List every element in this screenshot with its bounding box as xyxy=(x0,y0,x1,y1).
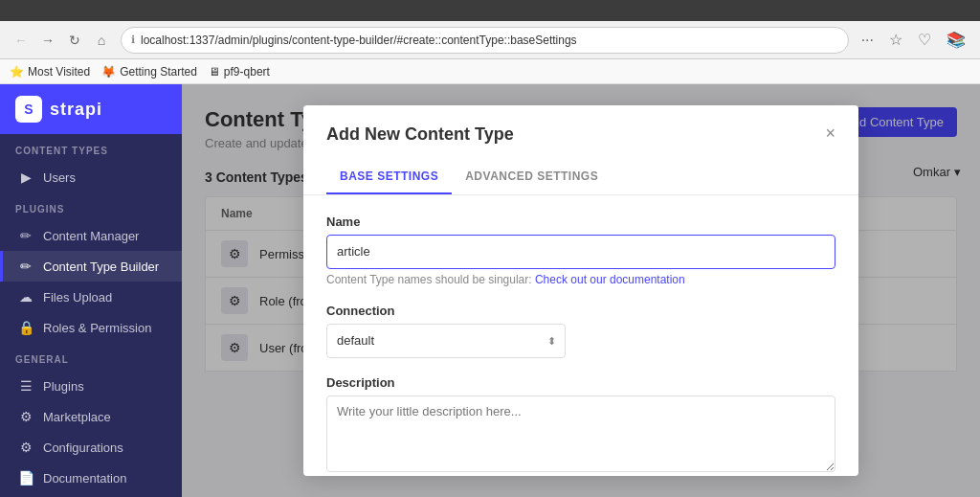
roles-icon: 🔒 xyxy=(18,320,33,335)
plugins-section-label: Plugins xyxy=(0,192,182,220)
sidebar-item-marketplace[interactable]: ⚙ Marketplace xyxy=(0,401,182,432)
browser-toolbar: ← → ↻ ⌂ ℹ localhost:1337/admin/plugins/c… xyxy=(0,21,980,59)
most-visited-icon: ⭐ xyxy=(10,65,24,79)
name-hint: Content Type names should be singular: C… xyxy=(326,273,835,286)
description-field: Description xyxy=(326,375,835,475)
pocket-button[interactable]: ☆ xyxy=(884,29,907,51)
configurations-icon: ⚙ xyxy=(18,440,33,455)
tab-advanced-settings[interactable]: Advanced Settings xyxy=(452,160,612,194)
connection-select-wrapper: default ⬍ xyxy=(326,324,566,358)
more-button[interactable]: ··· xyxy=(857,30,879,51)
sidebar-item-content-type-builder[interactable]: ✏ Content Type Builder xyxy=(0,251,182,282)
sidebar-header: S strapi xyxy=(0,84,182,134)
browser-action-buttons: ··· ☆ ♡ 📚 xyxy=(857,29,970,51)
name-field: Name Content Type names should be singul… xyxy=(326,215,835,286)
reload-button[interactable]: ↻ xyxy=(63,29,86,52)
description-label: Description xyxy=(326,375,835,390)
address-bar[interactable]: ℹ localhost:1337/admin/plugins/content-t… xyxy=(121,27,849,54)
getting-started-icon: 🦊 xyxy=(101,65,116,79)
sidebar-item-files-upload[interactable]: ☁ Files Upload xyxy=(0,282,182,312)
getting-started-label: Getting Started xyxy=(120,65,197,79)
modal-overlay: Add New Content Type × Base Settings Adv… xyxy=(182,84,980,497)
sidebar-item-help[interactable]: ? Help xyxy=(0,493,182,497)
sidebar-users-label: Users xyxy=(43,170,76,185)
modal-close-button[interactable]: × xyxy=(825,124,835,142)
pf9-label: pf9-qbert xyxy=(224,65,270,79)
connection-label: Connection xyxy=(326,304,835,318)
sidebar-item-documentation[interactable]: 📄 Documentation xyxy=(0,463,182,493)
description-textarea[interactable] xyxy=(326,395,835,472)
sidebar-item-content-manager[interactable]: ✏ Content Manager xyxy=(0,220,182,251)
connection-field: Connection default ⬍ xyxy=(326,304,835,358)
bookmark-button[interactable]: ♡ xyxy=(913,29,936,51)
pf9-qbert-bookmark[interactable]: 🖥 pf9-qbert xyxy=(209,65,270,79)
content-types-section-label: Content Types xyxy=(0,134,182,162)
name-label: Name xyxy=(326,215,835,229)
library-button[interactable]: 📚 xyxy=(942,29,970,51)
content-manager-icon: ✏ xyxy=(18,228,33,243)
sidebar-item-roles-permission[interactable]: 🔒 Roles & Permission xyxy=(0,312,182,343)
files-upload-icon: ☁ xyxy=(18,289,33,305)
sidebar-content-type-builder-label: Content Type Builder xyxy=(43,260,159,274)
name-input[interactable] xyxy=(326,235,835,269)
modal-title: Add New Content Type xyxy=(326,124,514,145)
bookmarks-bar: ⭐ Most Visited 🦊 Getting Started 🖥 pf9-q… xyxy=(0,59,980,84)
modal-header: Add New Content Type × xyxy=(303,105,858,145)
url-text: localhost:1337/admin/plugins/content-typ… xyxy=(141,34,838,47)
strapi-logo-icon: S xyxy=(15,96,42,123)
forward-button[interactable]: → xyxy=(36,29,59,52)
most-visited-bookmark[interactable]: ⭐ Most Visited xyxy=(10,65,90,79)
lock-icon: ℹ xyxy=(131,34,135,46)
tab-base-settings[interactable]: Base Settings xyxy=(326,160,452,194)
main-content: Omkar ▾ Content Types Create and update … xyxy=(182,84,980,497)
hint-link[interactable]: Check out our documentation xyxy=(535,273,685,286)
sidebar-content-manager-label: Content Manager xyxy=(43,229,139,243)
back-button[interactable]: ← xyxy=(10,29,33,52)
sidebar-files-upload-label: Files Upload xyxy=(43,290,112,305)
sidebar-item-users[interactable]: ▶ Users xyxy=(0,162,182,192)
sidebar-documentation-label: Documentation xyxy=(43,471,126,486)
users-icon: ▶ xyxy=(18,169,33,185)
modal-tabs: Base Settings Advanced Settings xyxy=(303,160,858,195)
sidebar-marketplace-label: Marketplace xyxy=(43,410,111,424)
sidebar-item-plugins[interactable]: ☰ Plugins xyxy=(0,371,182,401)
browser-titlebar xyxy=(0,0,980,21)
strapi-logo-text: strapi xyxy=(50,100,102,120)
connection-select[interactable]: default xyxy=(326,324,566,358)
content-type-builder-icon: ✏ xyxy=(18,259,33,274)
pf9-icon: 🖥 xyxy=(209,65,220,79)
most-visited-label: Most Visited xyxy=(28,65,90,79)
modal: Add New Content Type × Base Settings Adv… xyxy=(303,105,858,477)
general-section-label: General xyxy=(0,343,182,371)
plugins-icon: ☰ xyxy=(18,378,33,394)
home-button[interactable]: ⌂ xyxy=(90,29,113,52)
sidebar: S strapi Content Types ▶ Users Plugins ✏… xyxy=(0,84,182,497)
sidebar-roles-label: Roles & Permission xyxy=(43,321,151,335)
sidebar-plugins-label: Plugins xyxy=(43,379,84,394)
modal-body: Name Content Type names should be singul… xyxy=(303,195,858,477)
getting-started-bookmark[interactable]: 🦊 Getting Started xyxy=(101,65,197,79)
documentation-icon: 📄 xyxy=(18,470,33,486)
sidebar-item-configurations[interactable]: ⚙ Configurations xyxy=(0,432,182,463)
sidebar-configurations-label: Configurations xyxy=(43,441,123,455)
app-container: S strapi Content Types ▶ Users Plugins ✏… xyxy=(0,84,980,497)
marketplace-icon: ⚙ xyxy=(18,409,33,424)
nav-buttons: ← → ↻ ⌂ xyxy=(10,29,113,52)
